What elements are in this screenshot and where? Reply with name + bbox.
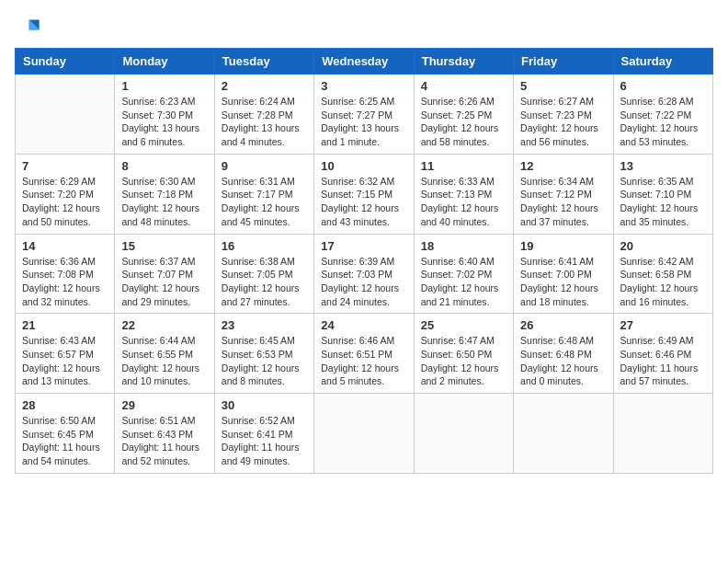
calendar-cell: 6Sunrise: 6:28 AM Sunset: 7:22 PM Daylig… bbox=[613, 75, 712, 155]
day-number: 22 bbox=[121, 318, 207, 332]
weekday-header-tuesday: Tuesday bbox=[214, 49, 313, 75]
weekday-header-saturday: Saturday bbox=[613, 49, 712, 75]
day-number: 26 bbox=[520, 318, 606, 332]
cell-info: Sunrise: 6:39 AM Sunset: 7:03 PM Dayligh… bbox=[321, 255, 406, 309]
day-number: 9 bbox=[222, 159, 307, 173]
calendar-cell: 8Sunrise: 6:30 AM Sunset: 7:18 PM Daylig… bbox=[115, 154, 214, 234]
calendar-cell bbox=[613, 394, 712, 474]
calendar-cell: 12Sunrise: 6:34 AM Sunset: 7:12 PM Dayli… bbox=[514, 154, 613, 234]
calendar-cell: 20Sunrise: 6:42 AM Sunset: 6:58 PM Dayli… bbox=[613, 234, 712, 314]
calendar-week-row: 7Sunrise: 6:29 AM Sunset: 7:20 PM Daylig… bbox=[16, 154, 713, 234]
day-number: 16 bbox=[222, 239, 307, 253]
calendar-cell: 3Sunrise: 6:25 AM Sunset: 7:27 PM Daylig… bbox=[314, 75, 414, 155]
calendar-cell: 1Sunrise: 6:23 AM Sunset: 7:30 PM Daylig… bbox=[115, 75, 214, 155]
day-number: 17 bbox=[321, 239, 406, 253]
cell-info: Sunrise: 6:44 AM Sunset: 6:55 PM Dayligh… bbox=[121, 334, 207, 388]
calendar-table: SundayMondayTuesdayWednesdayThursdayFrid… bbox=[15, 48, 713, 474]
cell-info: Sunrise: 6:49 AM Sunset: 6:46 PM Dayligh… bbox=[620, 334, 706, 388]
calendar-cell: 25Sunrise: 6:47 AM Sunset: 6:50 PM Dayli… bbox=[414, 314, 513, 394]
cell-info: Sunrise: 6:35 AM Sunset: 7:10 PM Dayligh… bbox=[620, 175, 706, 229]
cell-info: Sunrise: 6:32 AM Sunset: 7:15 PM Dayligh… bbox=[321, 175, 406, 229]
cell-info: Sunrise: 6:23 AM Sunset: 7:30 PM Dayligh… bbox=[121, 95, 207, 149]
calendar-cell: 5Sunrise: 6:27 AM Sunset: 7:23 PM Daylig… bbox=[514, 75, 613, 155]
page-header bbox=[15, 15, 713, 40]
day-number: 28 bbox=[22, 398, 108, 412]
day-number: 14 bbox=[22, 239, 108, 253]
calendar-cell: 22Sunrise: 6:44 AM Sunset: 6:55 PM Dayli… bbox=[115, 314, 214, 394]
cell-info: Sunrise: 6:43 AM Sunset: 6:57 PM Dayligh… bbox=[22, 334, 108, 388]
day-number: 1 bbox=[121, 79, 207, 93]
day-number: 23 bbox=[222, 318, 307, 332]
calendar-cell: 29Sunrise: 6:51 AM Sunset: 6:43 PM Dayli… bbox=[115, 394, 214, 474]
calendar-cell: 7Sunrise: 6:29 AM Sunset: 7:20 PM Daylig… bbox=[16, 154, 115, 234]
calendar-cell bbox=[314, 394, 414, 474]
day-number: 30 bbox=[222, 398, 307, 412]
calendar-cell: 2Sunrise: 6:24 AM Sunset: 7:28 PM Daylig… bbox=[214, 75, 313, 155]
calendar-cell: 21Sunrise: 6:43 AM Sunset: 6:57 PM Dayli… bbox=[16, 314, 115, 394]
calendar-cell: 16Sunrise: 6:38 AM Sunset: 7:05 PM Dayli… bbox=[214, 234, 313, 314]
logo bbox=[15, 15, 44, 40]
day-number: 6 bbox=[620, 79, 706, 93]
cell-info: Sunrise: 6:26 AM Sunset: 7:25 PM Dayligh… bbox=[421, 95, 506, 149]
cell-info: Sunrise: 6:27 AM Sunset: 7:23 PM Dayligh… bbox=[520, 95, 606, 149]
calendar-cell: 10Sunrise: 6:32 AM Sunset: 7:15 PM Dayli… bbox=[314, 154, 414, 234]
cell-info: Sunrise: 6:48 AM Sunset: 6:48 PM Dayligh… bbox=[520, 334, 606, 388]
day-number: 12 bbox=[520, 159, 606, 173]
calendar-cell: 17Sunrise: 6:39 AM Sunset: 7:03 PM Dayli… bbox=[314, 234, 414, 314]
weekday-header-monday: Monday bbox=[115, 49, 214, 75]
calendar-week-row: 21Sunrise: 6:43 AM Sunset: 6:57 PM Dayli… bbox=[16, 314, 713, 394]
weekday-header-thursday: Thursday bbox=[414, 49, 513, 75]
day-number: 15 bbox=[121, 239, 207, 253]
cell-info: Sunrise: 6:29 AM Sunset: 7:20 PM Dayligh… bbox=[22, 175, 108, 229]
cell-info: Sunrise: 6:30 AM Sunset: 7:18 PM Dayligh… bbox=[121, 175, 207, 229]
calendar-cell: 14Sunrise: 6:36 AM Sunset: 7:08 PM Dayli… bbox=[16, 234, 115, 314]
day-number: 11 bbox=[421, 159, 506, 173]
calendar-cell: 15Sunrise: 6:37 AM Sunset: 7:07 PM Dayli… bbox=[115, 234, 214, 314]
day-number: 25 bbox=[421, 318, 506, 332]
calendar-cell: 24Sunrise: 6:46 AM Sunset: 6:51 PM Dayli… bbox=[314, 314, 414, 394]
day-number: 13 bbox=[620, 159, 706, 173]
day-number: 3 bbox=[321, 79, 406, 93]
day-number: 4 bbox=[421, 79, 506, 93]
cell-info: Sunrise: 6:38 AM Sunset: 7:05 PM Dayligh… bbox=[222, 255, 307, 309]
cell-info: Sunrise: 6:34 AM Sunset: 7:12 PM Dayligh… bbox=[520, 175, 606, 229]
day-number: 27 bbox=[620, 318, 706, 332]
calendar-week-row: 14Sunrise: 6:36 AM Sunset: 7:08 PM Dayli… bbox=[16, 234, 713, 314]
calendar-header-row: SundayMondayTuesdayWednesdayThursdayFrid… bbox=[16, 49, 713, 75]
cell-info: Sunrise: 6:25 AM Sunset: 7:27 PM Dayligh… bbox=[321, 95, 406, 149]
cell-info: Sunrise: 6:40 AM Sunset: 7:02 PM Dayligh… bbox=[421, 255, 506, 309]
calendar-cell: 19Sunrise: 6:41 AM Sunset: 7:00 PM Dayli… bbox=[514, 234, 613, 314]
day-number: 5 bbox=[520, 79, 606, 93]
day-number: 20 bbox=[620, 239, 706, 253]
calendar-cell bbox=[16, 75, 115, 155]
weekday-header-sunday: Sunday bbox=[16, 49, 115, 75]
day-number: 29 bbox=[121, 398, 207, 412]
day-number: 24 bbox=[321, 318, 406, 332]
calendar-week-row: 28Sunrise: 6:50 AM Sunset: 6:45 PM Dayli… bbox=[16, 394, 713, 474]
cell-info: Sunrise: 6:28 AM Sunset: 7:22 PM Dayligh… bbox=[620, 95, 706, 149]
cell-info: Sunrise: 6:36 AM Sunset: 7:08 PM Dayligh… bbox=[22, 255, 108, 309]
cell-info: Sunrise: 6:41 AM Sunset: 7:00 PM Dayligh… bbox=[520, 255, 606, 309]
cell-info: Sunrise: 6:24 AM Sunset: 7:28 PM Dayligh… bbox=[222, 95, 307, 149]
cell-info: Sunrise: 6:47 AM Sunset: 6:50 PM Dayligh… bbox=[421, 334, 506, 388]
calendar-cell: 9Sunrise: 6:31 AM Sunset: 7:17 PM Daylig… bbox=[214, 154, 313, 234]
cell-info: Sunrise: 6:51 AM Sunset: 6:43 PM Dayligh… bbox=[121, 414, 207, 468]
logo-icon bbox=[15, 15, 40, 40]
weekday-header-wednesday: Wednesday bbox=[314, 49, 414, 75]
calendar-cell bbox=[514, 394, 613, 474]
calendar-cell: 26Sunrise: 6:48 AM Sunset: 6:48 PM Dayli… bbox=[514, 314, 613, 394]
day-number: 18 bbox=[421, 239, 506, 253]
calendar-cell bbox=[414, 394, 513, 474]
calendar-cell: 27Sunrise: 6:49 AM Sunset: 6:46 PM Dayli… bbox=[613, 314, 712, 394]
cell-info: Sunrise: 6:42 AM Sunset: 6:58 PM Dayligh… bbox=[620, 255, 706, 309]
cell-info: Sunrise: 6:52 AM Sunset: 6:41 PM Dayligh… bbox=[222, 414, 307, 468]
cell-info: Sunrise: 6:31 AM Sunset: 7:17 PM Dayligh… bbox=[222, 175, 307, 229]
cell-info: Sunrise: 6:45 AM Sunset: 6:53 PM Dayligh… bbox=[222, 334, 307, 388]
day-number: 21 bbox=[22, 318, 108, 332]
day-number: 10 bbox=[321, 159, 406, 173]
calendar-cell: 13Sunrise: 6:35 AM Sunset: 7:10 PM Dayli… bbox=[613, 154, 712, 234]
calendar-cell: 28Sunrise: 6:50 AM Sunset: 6:45 PM Dayli… bbox=[16, 394, 115, 474]
cell-info: Sunrise: 6:33 AM Sunset: 7:13 PM Dayligh… bbox=[421, 175, 506, 229]
calendar-week-row: 1Sunrise: 6:23 AM Sunset: 7:30 PM Daylig… bbox=[16, 75, 713, 155]
cell-info: Sunrise: 6:46 AM Sunset: 6:51 PM Dayligh… bbox=[321, 334, 406, 388]
